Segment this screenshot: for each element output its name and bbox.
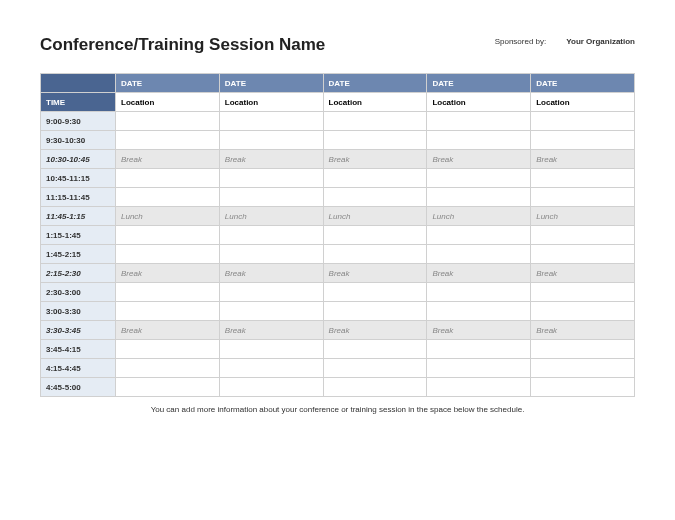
schedule-cell [427,302,531,321]
sponsor-block: Sponsored by: Your Organization [495,37,635,46]
schedule-cell [427,283,531,302]
schedule-cell [116,340,220,359]
schedule-cell [219,131,323,150]
schedule-cell [219,283,323,302]
time-header: TIME [41,93,116,112]
table-row: 4:45-5:00 [41,378,635,397]
footnote: You can add more information about your … [40,405,635,414]
time-cell: 3:45-4:15 [41,340,116,359]
time-cell: 1:15-1:45 [41,226,116,245]
sponsor-org: Your Organization [566,37,635,46]
schedule-cell: Break [427,321,531,340]
location-header: Location [531,93,635,112]
time-cell: 11:15-11:45 [41,188,116,207]
table-row: 2:15-2:30BreakBreakBreakBreakBreak [41,264,635,283]
time-cell: 3:00-3:30 [41,302,116,321]
time-cell: 4:15-4:45 [41,359,116,378]
table-row: 3:30-3:45BreakBreakBreakBreakBreak [41,321,635,340]
location-header: Location [116,93,220,112]
date-header: DATE [219,74,323,93]
schedule-cell [531,226,635,245]
schedule-cell [427,340,531,359]
time-cell: 11:45-1:15 [41,207,116,226]
table-row: 1:15-1:45 [41,226,635,245]
table-row: 9:00-9:30 [41,112,635,131]
schedule-cell: Break [116,150,220,169]
schedule-cell [116,131,220,150]
schedule-cell [531,340,635,359]
location-header: Location [427,93,531,112]
time-cell: 9:30-10:30 [41,131,116,150]
table-row: 9:30-10:30 [41,131,635,150]
schedule-cell [116,283,220,302]
table-row: 3:00-3:30 [41,302,635,321]
schedule-cell: Lunch [323,207,427,226]
schedule-cell [531,245,635,264]
schedule-cell [219,359,323,378]
schedule-cell: Break [116,321,220,340]
schedule-cell [323,169,427,188]
time-cell: 3:30-3:45 [41,321,116,340]
schedule-cell [116,112,220,131]
schedule-cell [427,226,531,245]
schedule-cell [427,169,531,188]
time-cell: 4:45-5:00 [41,378,116,397]
schedule-cell [323,283,427,302]
schedule-cell [219,188,323,207]
schedule-cell [531,188,635,207]
time-cell: 10:30-10:45 [41,150,116,169]
schedule-cell [531,359,635,378]
table-row: 10:45-11:15 [41,169,635,188]
schedule-cell [427,188,531,207]
schedule-cell [219,226,323,245]
date-header: DATE [116,74,220,93]
table-row: 10:30-10:45BreakBreakBreakBreakBreak [41,150,635,169]
schedule-cell [219,340,323,359]
schedule-cell [427,131,531,150]
date-header: DATE [531,74,635,93]
schedule-cell: Break [323,321,427,340]
table-row: 11:45-1:15LunchLunchLunchLunchLunch [41,207,635,226]
schedule-cell: Lunch [531,207,635,226]
schedule-cell: Lunch [219,207,323,226]
schedule-cell [219,302,323,321]
table-row: 1:45-2:15 [41,245,635,264]
schedule-cell: Break [219,321,323,340]
time-cell: 2:30-3:00 [41,283,116,302]
schedule-cell [323,302,427,321]
schedule-cell: Break [531,321,635,340]
schedule-cell [219,112,323,131]
schedule-cell [323,359,427,378]
schedule-cell [531,112,635,131]
schedule-cell [323,188,427,207]
schedule-cell [427,378,531,397]
schedule-cell [116,169,220,188]
schedule-cell: Break [323,264,427,283]
schedule-cell [116,378,220,397]
schedule-cell [531,283,635,302]
schedule-cell: Break [427,264,531,283]
schedule-cell: Break [219,150,323,169]
time-cell: 10:45-11:15 [41,169,116,188]
schedule-cell [116,188,220,207]
date-header: DATE [427,74,531,93]
schedule-table: DATE DATE DATE DATE DATE TIME Location L… [40,73,635,397]
schedule-cell: Break [219,264,323,283]
sponsor-label: Sponsored by: [495,37,547,46]
schedule-cell [116,226,220,245]
schedule-cell [116,359,220,378]
schedule-cell: Lunch [427,207,531,226]
schedule-cell: Lunch [116,207,220,226]
table-row: 2:30-3:00 [41,283,635,302]
table-row: 11:15-11:45 [41,188,635,207]
subheader-row: TIME Location Location Location Location… [41,93,635,112]
location-header: Location [323,93,427,112]
schedule-cell [531,169,635,188]
time-cell: 1:45-2:15 [41,245,116,264]
schedule-cell [219,169,323,188]
table-row: 3:45-4:15 [41,340,635,359]
location-header: Location [219,93,323,112]
schedule-cell [427,359,531,378]
schedule-cell: Break [531,150,635,169]
schedule-body: 9:00-9:309:30-10:3010:30-10:45BreakBreak… [41,112,635,397]
